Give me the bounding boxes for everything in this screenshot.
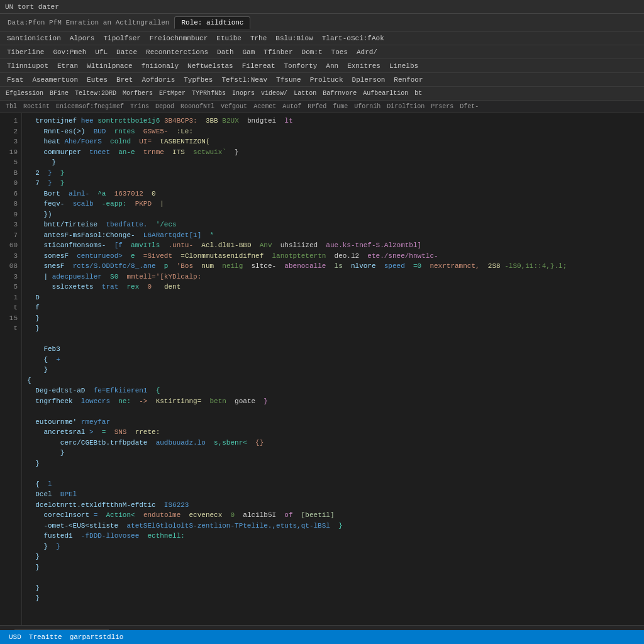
menu-item-2-2[interactable]: Wltinlpnace xyxy=(82,61,137,71)
toolbar-item-5[interactable]: TYPRhfNbs xyxy=(189,89,229,97)
code-line: bntt/Tirteise tbedfatte. '/ecs xyxy=(27,219,639,230)
menu-item-2-6[interactable]: Tonforty xyxy=(280,61,322,71)
code-line: 7 } } xyxy=(27,178,639,189)
menu-item-3-7[interactable]: Tfsune xyxy=(272,75,306,85)
code-line: snesF rcts/S.ODDtfc/8_.ane p 'Bos num ne… xyxy=(27,261,639,272)
menu-item-2-5[interactable]: Filereat xyxy=(238,61,280,71)
line-number: 5 xyxy=(4,157,18,168)
toolbar-item-11[interactable]: bt xyxy=(411,89,425,97)
tab-bar: Data:Pfon PfM Emration an Actltngrallen … xyxy=(0,14,644,31)
menu-item-3-2[interactable]: Eutes xyxy=(82,75,112,85)
menu-item-3-3[interactable]: Bret xyxy=(112,75,137,85)
line-number xyxy=(4,438,18,448)
menu-rows-container: SantionictionAlporsTipolfserFreiochnmmbu… xyxy=(0,31,644,87)
menu-item-2-8[interactable]: Exnitres xyxy=(343,61,385,71)
line-number xyxy=(4,500,18,511)
menu-item-3-10[interactable]: Renfoor xyxy=(389,75,427,85)
menu-item-3-0[interactable]: Fsat xyxy=(3,75,28,85)
menu-item-1-10[interactable]: Adrd/ xyxy=(352,47,382,57)
line-number xyxy=(4,521,18,531)
menu-item-0-7[interactable]: Tlart-oSci:fAok xyxy=(318,33,389,43)
menu-item-3-9[interactable]: Dplerson xyxy=(348,75,390,85)
menu-item-1-9[interactable]: Toes xyxy=(327,47,352,57)
code-line: { xyxy=(27,625,639,626)
code-line: } xyxy=(27,313,639,324)
menu-item-0-0[interactable]: Santioniction xyxy=(3,33,65,43)
toolbar-item-4[interactable]: EFtMper xyxy=(156,89,189,97)
code-line: f xyxy=(27,303,639,313)
toolbar-item-1[interactable]: BFine xyxy=(47,89,72,97)
menu-item-0-5[interactable]: Trhe xyxy=(246,33,271,43)
menu-item-2-7[interactable]: Ann xyxy=(321,61,343,71)
col-header-7: Acemet xyxy=(250,103,279,111)
menu-row-1: TiberlineGov:PmehUfLDatceReconnterctions… xyxy=(0,45,644,59)
line-number xyxy=(4,583,18,594)
menu-item-1-5[interactable]: Dath xyxy=(213,47,238,57)
menu-item-1-2[interactable]: UfL xyxy=(91,47,112,57)
line-number xyxy=(4,614,18,625)
code-line: sslcxetets trat rex 0 dent xyxy=(27,282,639,292)
code-line: } xyxy=(27,157,639,168)
menu-item-3-1[interactable]: Aseamertuon xyxy=(28,75,82,85)
code-line: -omet-<EUS<stliste atetSElGtlololtS-zent… xyxy=(27,521,639,531)
menu-item-1-8[interactable]: Dom:t xyxy=(297,47,327,57)
toolbar-item-8[interactable]: Latton xyxy=(291,89,319,97)
line-number xyxy=(4,448,18,458)
code-line: } } xyxy=(27,541,639,552)
toolbar-item-0[interactable]: Efglession xyxy=(3,89,47,97)
code-line xyxy=(27,406,639,417)
col-header-1: Roctint xyxy=(20,103,53,111)
code-line: Feb3 xyxy=(27,344,639,355)
menu-item-2-4[interactable]: Neftwelstas xyxy=(183,61,238,71)
col-header-13: Prsers xyxy=(428,103,457,111)
code-line: sticanfRonsoms- [f amvITls .untu- Acl.dl… xyxy=(27,240,639,251)
editor-content[interactable]: trontijnef hee sontrcttbo1e1j6 3B4BCP3: … xyxy=(22,113,644,625)
tab-inactive[interactable]: Data:Pfon PfM Emration an Actltngrallen xyxy=(3,17,174,28)
menu-row-0: SantionictionAlporsTipolfserFreiochnmmbu… xyxy=(0,31,644,45)
menu-item-1-7[interactable]: Tfinber xyxy=(259,47,297,57)
code-line: } xyxy=(27,458,639,469)
code-line: } xyxy=(27,583,639,594)
menu-item-0-4[interactable]: Etuibe xyxy=(212,33,246,43)
menu-item-0-6[interactable]: Bslu:Biow xyxy=(271,33,317,43)
menu-item-1-1[interactable]: Gov:Pmeh xyxy=(48,47,91,57)
menu-item-3-6[interactable]: Tefstl:Neav xyxy=(217,75,272,85)
menu-item-0-1[interactable]: Alpors xyxy=(65,33,99,43)
menu-item-3-8[interactable]: Proltuck xyxy=(306,75,348,85)
col-header-0: Tbl xyxy=(3,103,20,111)
code-line: } xyxy=(27,448,639,458)
code-line xyxy=(27,334,639,345)
line-number: 3 xyxy=(4,219,18,230)
line-number: t xyxy=(4,323,18,334)
menu-item-0-2[interactable]: Tipolfser xyxy=(99,33,145,43)
menu-item-2-9[interactable]: Linelbs xyxy=(385,61,423,71)
toolbar-item-6[interactable]: Inoprs xyxy=(229,89,258,97)
code-line: { l xyxy=(27,479,639,490)
menu-item-1-6[interactable]: Gam xyxy=(238,47,260,57)
code-line: sonesF centurueod> e =Sivedt =Clonmmutas… xyxy=(27,251,639,262)
menu-item-1-4[interactable]: Reconnterctions xyxy=(142,47,213,57)
toolbar-item-7[interactable]: videow/ xyxy=(258,89,291,97)
code-line: Dcel BPEl xyxy=(27,489,639,500)
toolbar-item-2[interactable]: Teltew:2DRD xyxy=(72,89,119,97)
code-line: Deg-edtst-aD fe=Efkiieren1 { xyxy=(27,386,639,396)
toolbar-item-9[interactable]: Bafrnvore xyxy=(319,89,360,97)
menu-item-2-1[interactable]: Etran xyxy=(53,61,82,71)
menu-item-3-4[interactable]: Aofdoris xyxy=(137,75,179,85)
col-header-3: Trins xyxy=(127,103,152,111)
line-number xyxy=(4,355,18,365)
col-header-row: TblRoctintEnicemsof:fnegimefTrinsDepodRo… xyxy=(0,101,644,113)
menu-item-2-0[interactable]: Tlinniupot xyxy=(3,61,53,71)
col-header-12: Dirolftion xyxy=(384,103,428,111)
code-line: tngrfheek lowecrs ne: -> Kstirtinng= bet… xyxy=(27,396,639,407)
menu-item-3-5[interactable]: Typfbes xyxy=(179,75,217,85)
menu-item-1-0[interactable]: Tiberline xyxy=(3,47,48,57)
line-number: 6 xyxy=(4,189,18,199)
menu-item-0-3[interactable]: Freiochnmmbucr xyxy=(145,33,212,43)
menu-item-2-3[interactable]: fniionaly xyxy=(137,61,183,71)
tab-active[interactable]: Role: aildtionc xyxy=(174,16,250,29)
toolbar-item-3[interactable]: Morfbers xyxy=(119,89,156,97)
toolbar-item-10[interactable]: Aufbearltion xyxy=(360,89,411,97)
menu-item-1-3[interactable]: Datce xyxy=(112,47,142,57)
status-item-1: Treaitte xyxy=(25,633,66,641)
